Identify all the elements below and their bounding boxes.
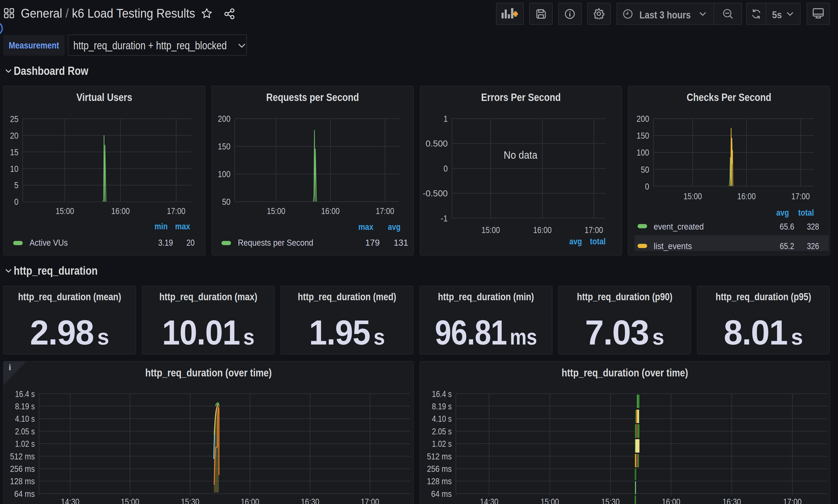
svg-text:i: i	[9, 362, 11, 372]
